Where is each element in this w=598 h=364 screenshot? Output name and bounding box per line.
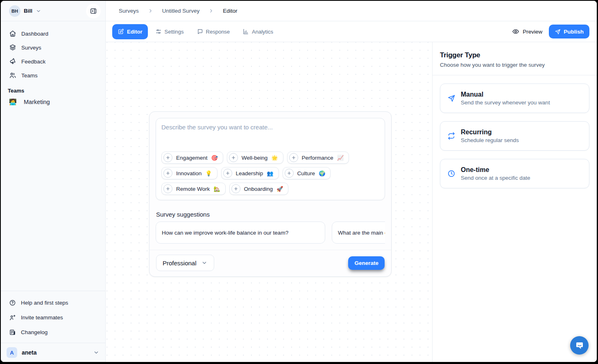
publish-button[interactable]: Publish	[549, 25, 589, 38]
chip-label: Remote Work	[176, 186, 210, 192]
help-circle-icon	[9, 299, 16, 306]
main-area: Surveys Untitled Survey Editor Editor Se…	[106, 1, 597, 362]
suggestions-title: Survey suggestions	[156, 211, 385, 218]
publish-label: Publish	[564, 29, 584, 35]
topic-chip[interactable]: Well-being 🌟	[227, 151, 283, 164]
plus-icon	[163, 169, 172, 178]
topic-chip[interactable]: Innovation 💡	[161, 167, 217, 179]
topic-chip[interactable]: Performance 📈	[287, 151, 349, 164]
chevron-down-icon	[36, 8, 41, 14]
trigger-option[interactable]: Manual Send the survey whenever you want	[440, 84, 589, 113]
sidebar-nav: Dashboard Surveys Feedback Teams	[1, 21, 105, 82]
user-menu[interactable]: A aneta	[1, 343, 105, 362]
sidebar-item[interactable]: Feedback	[5, 54, 101, 68]
workspace-header: BH Bill	[1, 1, 105, 21]
sidebar-item[interactable]: Teams	[5, 68, 101, 82]
plus-icon	[163, 153, 172, 162]
suggestion-text: What are the main ob	[338, 230, 385, 236]
pencil-square-icon	[118, 28, 124, 35]
tone-value: Professional	[163, 260, 197, 267]
team-label: Marketing	[24, 99, 50, 105]
sidebar-footer-label: Invite teammates	[21, 314, 63, 321]
chevron-right-icon	[208, 8, 214, 14]
trigger-option-description: Send the survey whenever you want	[461, 99, 550, 106]
sidebar-item[interactable]: Dashboard	[5, 27, 101, 41]
topic-chip[interactable]: Engagement 🎯	[161, 151, 223, 164]
topic-chip[interactable]: Leadership 👥	[221, 167, 279, 179]
newspaper-icon	[9, 329, 16, 336]
chip-emoji: 🌟	[271, 155, 278, 161]
topic-chip[interactable]: Remote Work 🏡	[161, 183, 226, 195]
chip-emoji: 👥	[267, 170, 273, 176]
editor-tabs: Editor Settings Response Analyti	[112, 24, 279, 39]
ai-composer-card: Describe the survey you want to create..…	[149, 111, 392, 277]
sidebar-footer-nav: Help and first steps Invite teammates Ch…	[1, 291, 105, 343]
tab[interactable]: Editor	[112, 24, 148, 39]
chip-emoji: 📈	[337, 155, 344, 161]
home-icon	[9, 30, 16, 37]
chip-emoji: 🎯	[211, 155, 218, 161]
eye-icon	[512, 28, 519, 35]
trigger-panel-title: Trigger Type	[440, 51, 589, 59]
chip-label: Well-being	[242, 155, 268, 161]
editor-toolbar: Editor Settings Response Analyti	[106, 21, 597, 42]
team-emoji: 🧑‍💻	[9, 98, 16, 106]
tone-select[interactable]: Professional	[156, 255, 214, 271]
panel-toggle-icon	[90, 7, 97, 15]
trigger-option[interactable]: One-time Send once at a specific date	[440, 159, 589, 188]
sidebar-item-label: Dashboard	[21, 31, 48, 37]
topic-chip[interactable]: Culture 🌍	[283, 167, 331, 179]
workspace-avatar[interactable]: BH	[9, 5, 20, 17]
chip-emoji: 💡	[205, 170, 212, 176]
trigger-panel-header: Trigger Type Choose how you want to trig…	[433, 42, 597, 75]
tab[interactable]: Response	[191, 24, 236, 39]
bar-chart-icon	[242, 28, 249, 35]
send-icon	[555, 29, 561, 35]
preview-label: Preview	[523, 29, 542, 35]
workspace-name[interactable]: Bill	[24, 8, 32, 14]
sidebar-collapse-button[interactable]	[86, 4, 101, 18]
user-plus-icon	[9, 314, 16, 321]
topic-chip[interactable]: Onboarding 🚀	[229, 183, 289, 195]
chip-label: Performance	[302, 155, 333, 161]
content-area: Describe the survey you want to create..…	[106, 42, 597, 362]
breadcrumb-surveys[interactable]: Surveys	[119, 8, 139, 14]
tab[interactable]: Settings	[150, 24, 189, 39]
tab[interactable]: Analytics	[237, 24, 279, 39]
sidebar-team-item[interactable]: 🧑‍💻 Marketing	[5, 95, 101, 109]
trigger-panel: Trigger Type Choose how you want to trig…	[432, 42, 597, 362]
trigger-option[interactable]: Recurring Schedule regular sends	[440, 121, 589, 151]
tab-label: Response	[206, 29, 230, 35]
survey-prompt-input[interactable]: Describe the survey you want to create..…	[156, 118, 385, 200]
survey-canvas[interactable]: Describe the survey you want to create..…	[106, 42, 432, 362]
megaphone-icon	[9, 58, 16, 65]
chevron-down-icon	[201, 260, 208, 266]
breadcrumb: Surveys Untitled Survey Editor	[106, 1, 597, 21]
sidebar-footer-item[interactable]: Changelog	[5, 325, 101, 339]
sidebar-item[interactable]: Surveys	[5, 41, 101, 54]
app-window: BH Bill Dashboard Surveys	[1, 1, 597, 362]
suggestion-card[interactable]: What are the main ob	[332, 222, 385, 244]
suggestion-text: How can we improve work-life balance in …	[162, 230, 288, 236]
plus-icon	[231, 184, 240, 193]
user-avatar: A	[7, 347, 17, 358]
trigger-option-title: One-time	[461, 166, 530, 174]
preview-button[interactable]: Preview	[512, 28, 542, 35]
chip-label: Engagement	[176, 155, 208, 161]
teams-list: 🧑‍💻 Marketing	[1, 95, 105, 109]
chip-label: Culture	[297, 170, 315, 176]
tab-label: Editor	[127, 29, 143, 35]
chat-launcher[interactable]	[570, 336, 589, 355]
sidebar-footer-item[interactable]: Help and first steps	[5, 295, 101, 310]
sidebar-footer-label: Help and first steps	[21, 300, 68, 306]
sidebar-footer-item[interactable]: Invite teammates	[5, 310, 101, 325]
suggestion-card[interactable]: How can we improve work-life balance in …	[156, 222, 325, 244]
sidebar-item-label: Surveys	[21, 45, 41, 51]
sidebar-spacer	[1, 109, 105, 291]
breadcrumb-survey-name[interactable]: Untitled Survey	[162, 8, 200, 14]
trigger-panel-subtitle: Choose how you want to trigger the surve…	[440, 62, 589, 68]
generate-button[interactable]: Generate	[348, 256, 385, 270]
chevron-down-icon	[93, 349, 100, 356]
sliders-icon	[155, 28, 162, 35]
layers-icon	[9, 44, 16, 51]
